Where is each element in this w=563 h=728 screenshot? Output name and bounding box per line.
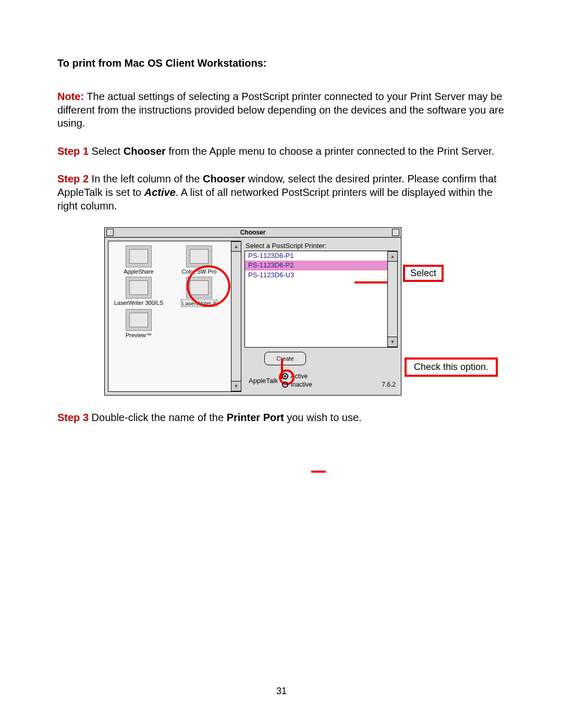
printer-list[interactable]: PS-1123D6-P1 PS-1123D6-P2 PS-1123D6-U3 ▲… xyxy=(244,251,398,348)
close-box-icon[interactable] xyxy=(106,229,114,236)
step1-label: Step 1 xyxy=(57,145,89,157)
version-label: 7.6.2 xyxy=(382,381,396,388)
scroll-down-icon[interactable]: ▼ xyxy=(388,337,397,347)
chooser-window: Chooser AppleShare Color SW Pro xyxy=(104,227,401,396)
colorsw-icon xyxy=(186,245,212,267)
callout-select: Select xyxy=(403,265,444,282)
note-paragraph: Note: The actual settings of selecting a… xyxy=(57,90,506,130)
driver-laserwriter300[interactable]: LaserWriter 300/LS xyxy=(112,277,166,307)
callout-check-option: Check this option. xyxy=(405,357,498,377)
step2-active: Active xyxy=(144,187,176,198)
driver-colorswpro[interactable]: Color SW Pro xyxy=(172,245,226,275)
appleshare-icon xyxy=(126,245,152,267)
printer-row[interactable]: PS-1123D6-P1 xyxy=(245,251,397,261)
printer-row[interactable]: PS-1123D6-U3 xyxy=(245,270,397,280)
step1-paragraph: Step 1 Select Chooser from the Apple men… xyxy=(57,145,506,158)
chooser-screenshot: Chooser AppleShare Color SW Pro xyxy=(104,227,506,396)
window-title: Chooser xyxy=(240,229,266,236)
driver-panel: AppleShare Color SW Pro LaserWriter 300/… xyxy=(108,241,241,392)
create-button[interactable]: Create xyxy=(264,352,306,365)
step1-bold-chooser: Chooser xyxy=(124,145,166,157)
step2-paragraph: Step 2 In the left column of the Chooser… xyxy=(57,172,506,213)
page-number: 31 xyxy=(0,686,563,697)
right-scrollbar[interactable]: ▲ ▼ xyxy=(387,251,397,347)
preview-icon xyxy=(126,309,152,331)
annotation-line xyxy=(311,471,326,473)
section-heading: To print from Mac OS Client Workstations… xyxy=(57,57,506,69)
note-label: Note: xyxy=(57,91,84,102)
driver-appleshare[interactable]: AppleShare xyxy=(112,245,166,275)
scroll-up-icon[interactable]: ▲ xyxy=(388,251,397,262)
step1-post: from the Apple menu to choose a printer … xyxy=(166,145,494,157)
laserwriter300-icon xyxy=(126,277,152,299)
step3-label: Step 3 xyxy=(57,412,89,423)
printer-panel: Select a PostScript Printer: PS-1123D6-P… xyxy=(244,241,398,392)
appletalk-active-radio[interactable]: Active xyxy=(282,373,312,380)
title-bar[interactable]: Chooser xyxy=(105,228,401,238)
step2-bold-chooser: Chooser xyxy=(203,173,245,184)
driver-label: LaserWriter 300/LS xyxy=(114,300,164,306)
driver-label: AppleShare xyxy=(124,268,154,275)
zoom-box-icon[interactable] xyxy=(392,229,399,236)
step3-post: you wish to use. xyxy=(284,412,362,423)
printer-list-label: Select a PostScript Printer: xyxy=(246,242,398,250)
driver-label: Preview™ xyxy=(126,332,152,338)
note-text: The actual settings of selecting a PostS… xyxy=(57,91,504,129)
step3-bold-printerport: Printer Port xyxy=(227,412,284,423)
scroll-down-icon[interactable]: ▼ xyxy=(231,381,241,391)
driver-preview[interactable]: Preview™ xyxy=(112,309,166,338)
step3-pre: Double-click the name of the xyxy=(89,412,227,423)
driver-label: LaserWriter 8 xyxy=(181,300,217,307)
appletalk-inactive-radio[interactable]: Inactive xyxy=(282,381,312,388)
scroll-up-icon[interactable]: ▲ xyxy=(231,241,241,252)
laserwriter8-icon xyxy=(186,277,212,299)
radio-icon xyxy=(282,381,288,388)
driver-label: Color SW Pro xyxy=(181,268,216,275)
annotation-line xyxy=(354,281,392,283)
step2-label: Step 2 xyxy=(57,173,89,184)
driver-laserwriter8[interactable]: LaserWriter 8 xyxy=(172,277,226,307)
step2-pre: In the left column of the xyxy=(89,173,203,184)
printer-row-selected[interactable]: PS-1123D6-P2 xyxy=(245,261,397,270)
step3-paragraph: Step 3 Double-click the name of the Prin… xyxy=(57,411,506,425)
appletalk-label: AppleTalk xyxy=(249,377,278,385)
step1-pre: Select xyxy=(89,145,124,157)
inactive-label: Inactive xyxy=(290,381,312,388)
left-scrollbar[interactable]: ▲ ▼ xyxy=(231,241,241,391)
